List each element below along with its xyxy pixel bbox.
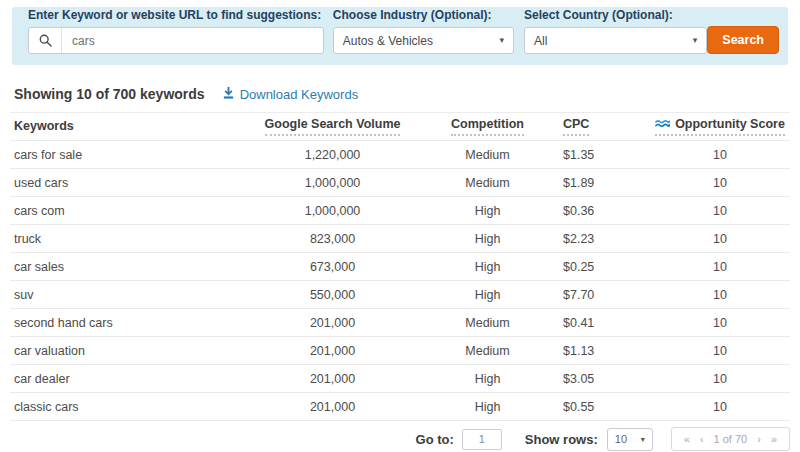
show-rows-value: 10 [615,433,627,445]
table-row: used cars1,000,000Medium$1.8910 [10,169,790,197]
table-cell: $1.13 [560,344,650,358]
table-header-row: Keywords Google Search Volume Competitio… [10,112,790,141]
column-header-competition[interactable]: Competition [415,118,560,136]
keyword-label: Enter Keyword or website URL to find sug… [28,9,324,21]
industry-label: Choose Industry (Optional): [333,9,514,21]
table-cell: $0.41 [560,316,650,330]
showing-count: Showing 10 of 700 keywords [14,86,205,102]
chevron-down-icon: ▾ [693,36,698,45]
table-cell: cars com [10,204,250,218]
table-cell: High [415,232,560,246]
table-row: car dealer201,000High$3.0510 [10,365,790,393]
table-cell: 823,000 [250,232,415,246]
download-keywords-link[interactable]: Download Keywords [222,86,359,102]
download-link-label: Download Keywords [240,87,359,102]
table-cell: car dealer [10,372,250,386]
search-icon [29,28,62,53]
table-row: cars for sale1,220,000Medium$1.3510 [10,141,790,169]
first-page-button[interactable]: « [684,433,690,445]
keywords-table: Keywords Google Search Volume Competitio… [10,112,790,421]
keyword-search-box [28,27,324,54]
table-cell: $0.25 [560,260,650,274]
table-row: truck823,000High$2.2310 [10,225,790,253]
table-cell: High [415,400,560,414]
industry-select[interactable]: Autos & Vehicles ▾ [333,27,514,54]
column-header-opportunity-score[interactable]: Opportunity Score [650,118,790,136]
search-button[interactable]: Search [707,26,779,54]
table-cell: 10 [650,316,790,330]
next-page-button[interactable]: › [757,433,761,445]
table-footer: Go to: Show rows: 10 ▾ « ‹ 1 of 70 › » [0,427,790,451]
goto-page-input[interactable] [462,429,502,450]
table-cell: classic cars [10,400,250,414]
table-cell: 1,220,000 [250,148,415,162]
industry-field-group: Choose Industry (Optional): Autos & Vehi… [333,9,514,54]
keyword-field-group: Enter Keyword or website URL to find sug… [28,9,324,54]
table-cell: High [415,288,560,302]
page-indicator: 1 of 70 [714,433,748,445]
column-header-cpc[interactable]: CPC [560,118,650,136]
country-field-group: Select Country (Optional): All ▾ [524,9,707,54]
country-label: Select Country (Optional): [524,9,707,21]
table-cell: car sales [10,260,250,274]
table-cell: car valuation [10,344,250,358]
table-cell: suv [10,288,250,302]
country-selected-value: All [534,34,547,48]
table-cell: $7.70 [560,288,650,302]
last-page-button[interactable]: » [771,433,777,445]
table-cell: Medium [415,316,560,330]
table-cell: $1.35 [560,148,650,162]
table-body: cars for sale1,220,000Medium$1.3510used … [10,141,790,421]
table-row: cars com1,000,000High$0.3610 [10,197,790,225]
table-cell: $1.89 [560,176,650,190]
table-cell: 10 [650,148,790,162]
table-cell: 10 [650,372,790,386]
table-row: car valuation201,000Medium$1.1310 [10,337,790,365]
table-cell: High [415,372,560,386]
table-cell: $2.23 [560,232,650,246]
table-cell: 10 [650,260,790,274]
table-row: suv550,000High$7.7010 [10,281,790,309]
table-row: second hand cars201,000Medium$0.4110 [10,309,790,337]
table-cell: High [415,260,560,274]
chevron-down-icon: ▾ [500,36,505,45]
table-row: classic cars201,000High$0.5510 [10,393,790,421]
table-cell: 201,000 [250,316,415,330]
table-cell: 201,000 [250,344,415,358]
table-cell: used cars [10,176,250,190]
download-icon [222,86,235,102]
table-cell: cars for sale [10,148,250,162]
table-cell: 10 [650,288,790,302]
table-cell: 10 [650,176,790,190]
pagination: « ‹ 1 of 70 › » [671,427,790,451]
table-cell: $0.36 [560,204,650,218]
table-cell: 550,000 [250,288,415,302]
table-cell: truck [10,232,250,246]
table-cell: second hand cars [10,316,250,330]
chevron-down-icon: ▾ [641,435,645,444]
table-cell: 10 [650,344,790,358]
country-select[interactable]: All ▾ [524,27,707,54]
table-row: car sales673,000High$0.2510 [10,253,790,281]
column-header-search-volume[interactable]: Google Search Volume [250,118,415,136]
table-cell: 673,000 [250,260,415,274]
table-cell: 10 [650,400,790,414]
show-rows-select[interactable]: 10 ▾ [607,428,653,451]
table-cell: High [415,204,560,218]
table-cell: $0.55 [560,400,650,414]
table-cell: 201,000 [250,372,415,386]
show-rows-label: Show rows: [525,432,598,447]
table-cell: Medium [415,148,560,162]
table-cell: 1,000,000 [250,176,415,190]
results-meta-row: Showing 10 of 700 keywords Download Keyw… [14,85,800,103]
table-cell: 10 [650,204,790,218]
table-cell: 10 [650,232,790,246]
keyword-input[interactable] [62,28,323,53]
opportunity-score-waves-icon [655,118,670,131]
column-header-keywords: Keywords [10,120,250,133]
table-cell: $3.05 [560,372,650,386]
prev-page-button[interactable]: ‹ [700,433,704,445]
search-controls-bar: Enter Keyword or website URL to find sug… [12,7,788,65]
industry-selected-value: Autos & Vehicles [343,34,433,48]
goto-label: Go to: [416,432,454,447]
